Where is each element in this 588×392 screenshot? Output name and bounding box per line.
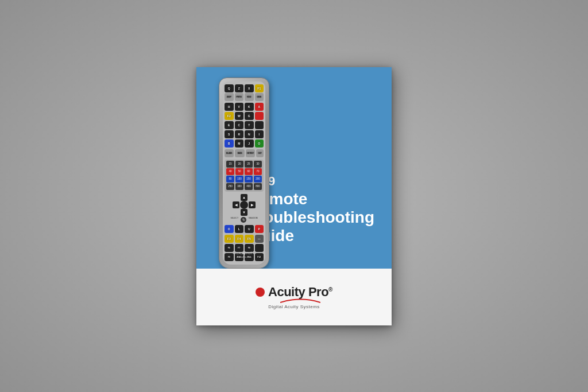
- remote-key-h: H: [225, 103, 234, 111]
- remote-key-blank3: [255, 244, 264, 252]
- remote-key-s: S: [225, 130, 234, 138]
- booklet-bottom-section: Acuity Pro® Digital Acuity Systems: [196, 269, 392, 325]
- remote-key-photo: PHTO: [235, 93, 244, 101]
- remote-num-20: 20: [235, 161, 243, 168]
- remote-num-800: 800: [254, 183, 262, 190]
- remote-dpad-up: ▲: [241, 194, 247, 201]
- remote-key-f7: F7: [235, 244, 244, 252]
- remote-random-btn: ↻: [241, 217, 246, 223]
- remote-key-f2: F2: [225, 112, 234, 120]
- remote-numpad: 15 20 25 30 40 50 60 70 80: [225, 160, 264, 192]
- remote-dpad-right: ▶: [249, 201, 256, 208]
- remote-label-contrast: CNTRST: [246, 149, 255, 157]
- logo-trademark: ®: [328, 286, 332, 292]
- logo-red-dot: [256, 288, 265, 297]
- remote-num-80: 80: [226, 176, 234, 183]
- remote-key-x: X: [245, 84, 254, 92]
- remote-label-main: MAIN: [235, 149, 244, 157]
- remote-num-150: 150: [245, 176, 253, 183]
- remote-illustration: Q Z X F1 360P PHTO VDO OBS H: [212, 77, 276, 269]
- remote-key-w: W: [235, 112, 244, 120]
- remote-num-100: 100: [235, 176, 243, 183]
- remote-num-70: 70: [254, 168, 262, 175]
- remote-key-video: VDO: [245, 93, 254, 101]
- remote-key-obs: OBS: [255, 93, 264, 101]
- remote-key-i: I: [255, 130, 264, 138]
- remote-key-minus: —: [255, 235, 264, 243]
- logo-arc-svg: [280, 297, 320, 303]
- remote-label-out: OUT: [256, 149, 264, 157]
- booklet-top-section: Q Z X F1 360P PHTO VDO OBS H: [196, 67, 392, 269]
- remote-num-400: 400: [245, 183, 253, 190]
- booklet-cover: Q Z X F1 360P PHTO VDO OBS H: [196, 67, 392, 325]
- remote-dpad: ▲ ◀ ▶ ▼: [230, 194, 257, 223]
- remote-key-f3: F3: [225, 235, 234, 243]
- remote-dpad-center: [240, 201, 248, 209]
- remote-key-blank2: [255, 121, 264, 129]
- remote-key-v: V: [235, 103, 244, 111]
- remote-key-m: M: [235, 139, 244, 148]
- remote-num-25: 25: [245, 161, 253, 168]
- remote-dpad-down: ▼: [241, 209, 247, 216]
- remote-key-k: K: [245, 103, 254, 111]
- logo-area: Acuity Pro® Digital Acuity Systems: [256, 285, 332, 309]
- remote-key-o2: O: [255, 139, 264, 148]
- remote-num-30: 30: [254, 161, 262, 168]
- remote-key-360p: 360P: [225, 93, 234, 101]
- remote-num-60: 60: [245, 168, 253, 175]
- remote-key-e: E: [225, 121, 234, 129]
- remote-label-random: RANDOM: [249, 217, 258, 223]
- remote-key-g: G: [245, 112, 254, 120]
- remote-num-40: 40: [226, 168, 234, 175]
- remote-key-f1: F1: [255, 84, 264, 92]
- remote-key-c: C: [235, 121, 244, 129]
- remote-label-select: SELECT: [230, 217, 238, 223]
- remote-key-q: Q: [225, 84, 234, 92]
- remote-num-15: 15: [226, 161, 234, 168]
- remote-key-n: N: [245, 130, 254, 138]
- remote-key-b: B: [225, 139, 234, 148]
- remote-num-250: 250: [226, 183, 234, 190]
- remote-num-50: 50: [235, 168, 243, 175]
- remote-num-200: 200: [254, 176, 262, 183]
- remote-key-r: R: [235, 130, 244, 138]
- remote-key-f4: F4: [235, 235, 244, 243]
- remote-num-300: 300: [235, 183, 243, 190]
- remote-label-blank: BLANK: [225, 149, 234, 157]
- remote-key-o: O: [225, 225, 234, 233]
- remote-key-j: J: [245, 139, 254, 148]
- remote-brand-url: AcuityPro.com: [223, 255, 265, 259]
- remote-key-l: L: [235, 225, 244, 233]
- remote-key-f5: F5: [245, 235, 254, 243]
- remote-key-blank1: [255, 112, 264, 120]
- remote-key-t: T: [245, 121, 254, 129]
- logo-tagline: Digital Acuity Systems: [268, 304, 320, 309]
- remote-key-p: P: [255, 225, 264, 233]
- remote-key-u: U: [245, 225, 254, 233]
- remote-key-f6: F6: [225, 244, 234, 252]
- remote-key-a: A: [255, 103, 264, 111]
- remote-brand-area: ⊙ Acuity Pro® AcuityPro.com: [223, 252, 265, 259]
- remote-key-z: Z: [235, 84, 244, 92]
- remote-dpad-left: ◀: [233, 201, 239, 208]
- remote-key-f8: F8: [245, 244, 254, 252]
